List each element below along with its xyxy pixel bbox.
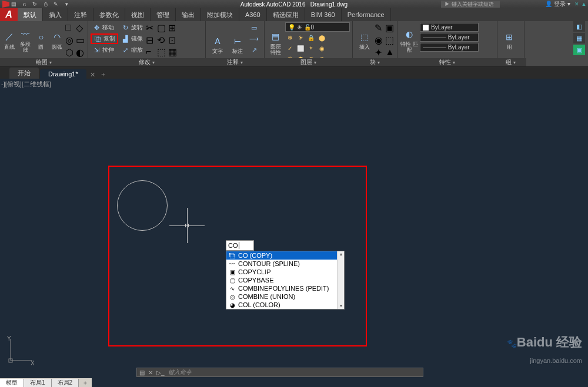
ribbon-tab[interactable]: BIM 360: [305, 8, 342, 21]
block-tool-button[interactable]: ◉: [375, 35, 384, 46]
insert-block-button[interactable]: ⬚插入: [355, 22, 373, 58]
layer-tool-button[interactable]: ❄: [285, 33, 295, 42]
modify-small-button[interactable]: ⬚: [157, 46, 168, 58]
ribbon-tab[interactable]: 附加模块: [201, 8, 239, 21]
draw-small-button[interactable]: ▭: [76, 35, 85, 46]
ribbon-tab[interactable]: 精选应用: [267, 8, 305, 21]
autocomplete-item[interactable]: ∿COMBINEPOLYLINES (PEDIT): [226, 284, 344, 292]
user-login[interactable]: 👤 登录 ▾: [545, 0, 570, 8]
draw-small-button[interactable]: ◐: [76, 47, 85, 58]
modify-small-button[interactable]: ⌐: [146, 46, 156, 58]
layer-tool-button[interactable]: ⌖: [306, 43, 316, 53]
drawing-area[interactable]: -][俯视][二维线框] CO ⿻CO (COPY)〰CONTOUR (SPLI…: [0, 79, 588, 378]
modify-small-button[interactable]: ⊡: [168, 35, 179, 46]
overflow-button[interactable]: ▦: [573, 33, 585, 43]
modify-button[interactable]: ↻旋转: [119, 22, 145, 33]
modify-small-button[interactable]: ✂: [146, 22, 156, 34]
autocomplete-item[interactable]: ⿻CO (COPY): [226, 251, 344, 260]
new-tab-button[interactable]: ＋: [98, 70, 109, 79]
ribbon-tab[interactable]: 插入: [43, 8, 68, 21]
ribbon-tab[interactable]: A360: [239, 8, 267, 21]
layer-tool-button[interactable]: ✓: [285, 43, 295, 53]
panel-properties-title[interactable]: 特性: [395, 58, 499, 66]
file-tab[interactable]: Drawing1*: [40, 69, 86, 79]
block-tool-button[interactable]: ▣: [385, 22, 395, 33]
draw-small-button[interactable]: ◎: [65, 35, 75, 46]
layer-tool-button[interactable]: ⬜: [296, 43, 305, 53]
autocomplete-item[interactable]: ◕COL (COLOR): [226, 301, 344, 309]
panel-draw-title[interactable]: 绘图: [0, 58, 90, 66]
panel-block-title[interactable]: 块: [350, 58, 399, 66]
dynamic-input[interactable]: CO: [226, 240, 254, 251]
copy-button[interactable]: ⿻复制: [91, 33, 118, 44]
ribbon-tab[interactable]: 参数化: [93, 8, 125, 21]
autocomplete-item[interactable]: ▢COPYBASE: [226, 276, 344, 284]
qat-button[interactable]: ⎙: [41, 1, 49, 8]
panel-layers-title[interactable]: 图层: [262, 58, 355, 66]
draw-small-button[interactable]: □: [65, 22, 75, 33]
layout-tab[interactable]: 布局2: [52, 379, 79, 387]
add-layout-button[interactable]: ＋: [79, 379, 92, 387]
draw-small-button[interactable]: ◇: [76, 22, 85, 33]
layer-tool-button[interactable]: ◉: [317, 43, 326, 53]
drawn-circle[interactable]: [117, 180, 168, 231]
modify-small-button[interactable]: ⊞: [168, 22, 179, 34]
layout-tab[interactable]: 模型: [0, 379, 24, 387]
draw-tool-button[interactable]: ／直线: [2, 22, 17, 58]
layer-tool-button[interactable]: 🔒: [306, 33, 316, 42]
viewport-label[interactable]: -][俯视][二维线框]: [1, 80, 51, 89]
lineweight-combo[interactable]: ———— ByLayer: [420, 33, 479, 42]
block-tool-button[interactable]: ✎: [375, 22, 384, 33]
ribbon-tab[interactable]: 管理: [151, 8, 176, 21]
qat-button[interactable]: ▾: [62, 1, 71, 8]
qat-button[interactable]: ▤: [9, 1, 18, 8]
color-combo[interactable]: ByLayer: [420, 23, 479, 32]
match-properties-button[interactable]: ◐特性 匹配: [400, 22, 419, 58]
modify-small-button[interactable]: ⟲: [157, 35, 168, 46]
modify-button[interactable]: ⤢缩放: [119, 45, 145, 55]
block-tool-button[interactable]: ✦: [375, 47, 384, 58]
panel-modify-title[interactable]: 修改: [86, 58, 208, 66]
qat-button[interactable]: ↻: [31, 1, 39, 8]
file-tab[interactable]: 开始: [9, 68, 39, 79]
ribbon-tab[interactable]: 视图: [125, 8, 151, 21]
layer-tool-button[interactable]: ☀: [296, 33, 305, 42]
layer-properties-button[interactable]: ▤图层 特性: [267, 22, 284, 63]
close-tab-button[interactable]: ✕: [88, 71, 98, 79]
ribbon-tab[interactable]: 输出: [176, 8, 201, 21]
modify-small-button[interactable]: ▢: [157, 22, 168, 34]
qat-button[interactable]: ⎌: [20, 1, 28, 8]
autocomplete-item[interactable]: 〰CONTOUR (SPLINE): [226, 260, 344, 268]
annotate-button[interactable]: ↗: [248, 45, 260, 55]
ribbon-tab[interactable]: 注释: [68, 8, 93, 21]
exchange-icon[interactable]: ✕: [574, 1, 580, 7]
modify-button[interactable]: ▟镜像: [119, 33, 145, 44]
layer-tool-button[interactable]: ⬤: [317, 33, 326, 42]
draw-small-button[interactable]: ⬡: [65, 47, 75, 58]
overflow-button[interactable]: ▣: [573, 45, 585, 55]
layer-dropdown[interactable]: 💡 ☀ 🔓 0: [285, 22, 350, 32]
command-line[interactable]: ▤ ✕ ▷_ 键入命令: [136, 368, 423, 377]
layout-tab[interactable]: 布局1: [24, 379, 52, 387]
scrollbar[interactable]: ▴▾: [337, 251, 344, 309]
overflow-button[interactable]: ◧: [573, 21, 585, 32]
autocomplete-item[interactable]: ◎COMBINE (UNION): [226, 292, 344, 301]
panel-annotate-title[interactable]: 注释: [203, 58, 266, 66]
ribbon-tab[interactable]: 默认: [18, 8, 43, 21]
annotate-button[interactable]: ⟶: [248, 33, 260, 44]
block-tool-button[interactable]: ▲: [385, 47, 395, 58]
modify-button[interactable]: ✥移动: [91, 22, 118, 33]
qat-button[interactable]: ✎: [52, 1, 60, 8]
draw-tool-button[interactable]: 〰多段线: [18, 22, 33, 58]
draw-tool-button[interactable]: ◠圆弧: [49, 22, 64, 58]
ribbon-tab[interactable]: Performance: [342, 8, 391, 21]
autocomplete-item[interactable]: ▣COPYCLIP: [226, 268, 344, 276]
block-tool-button[interactable]: ⬚: [385, 35, 395, 46]
annotate-button[interactable]: ▭: [248, 22, 260, 33]
group-button[interactable]: ⊞组: [500, 22, 519, 58]
panel-group-title[interactable]: 组: [495, 58, 526, 66]
modify-small-button[interactable]: ▦: [168, 46, 179, 58]
help-search[interactable]: ▶ 键入关键字或短语: [441, 1, 500, 8]
modify-small-button[interactable]: ⊟: [146, 35, 156, 46]
modify-button[interactable]: ⇲拉伸: [91, 45, 118, 55]
